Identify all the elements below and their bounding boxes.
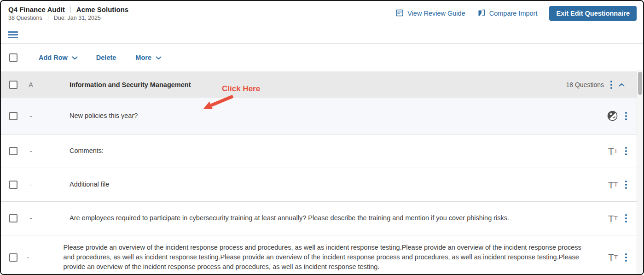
yes-no-question-type-icon[interactable] <box>607 111 618 121</box>
kebab-menu-icon[interactable] <box>625 146 627 156</box>
section-title: Information and Security Management <box>70 81 191 88</box>
kebab-menu-icon[interactable] <box>625 180 627 190</box>
add-row-button[interactable]: Add Row <box>39 54 78 61</box>
row-checkbox[interactable] <box>9 181 17 189</box>
exit-edit-questionnaire-button[interactable]: Exit Edit Questionnaire <box>549 6 637 21</box>
question-row[interactable]: - Additional file TT <box>1 168 637 202</box>
row-checkbox[interactable] <box>9 253 17 262</box>
header-titles: Q4 Finance Audit Acme Solutions 38 Quest… <box>8 6 128 21</box>
collapse-section-chevron-up-icon[interactable] <box>619 83 625 87</box>
question-text[interactable]: Additional file <box>70 180 598 189</box>
questions-table: A Information and Security Management 18… <box>1 71 637 275</box>
text-question-type-icon[interactable]: TT <box>608 214 618 223</box>
question-row[interactable]: - New policies this year? <box>1 98 637 135</box>
kebab-menu-icon[interactable] <box>625 252 627 263</box>
bulk-actions-toolbar: Add Row Delete More <box>1 44 643 71</box>
text-question-type-icon[interactable]: TT <box>608 180 618 190</box>
kebab-menu-icon[interactable] <box>610 80 613 90</box>
question-row[interactable]: - Please provide an overview of the inci… <box>1 235 637 275</box>
compare-import-link[interactable]: Compare Import <box>477 9 538 18</box>
view-review-guide-link[interactable]: View Review Guide <box>395 9 465 18</box>
due-date: Due: Jan 31, 2025 <box>54 15 101 21</box>
compare-import-icon <box>477 9 486 18</box>
scrollbar-thumb[interactable] <box>638 72 642 95</box>
delete-button[interactable]: Delete <box>96 54 116 61</box>
section-letter: A <box>26 81 36 88</box>
row-number: - <box>26 254 30 261</box>
question-text[interactable]: Are employees required to participate in… <box>70 213 598 223</box>
edit-questionnaire-page: Q4 Finance Audit Acme Solutions 38 Quest… <box>0 0 644 275</box>
compare-import-label: Compare Import <box>489 10 538 17</box>
title-divider <box>70 6 71 13</box>
question-row[interactable]: - Comments: TT <box>1 135 637 168</box>
chevron-down-icon <box>156 54 162 61</box>
section-checkbox[interactable] <box>9 81 17 89</box>
section-question-count: 18 Questions <box>566 81 604 88</box>
row-number: - <box>26 112 36 120</box>
header-actions: View Review Guide Compare Import Exit Ed… <box>395 6 637 21</box>
more-label: More <box>135 54 151 61</box>
vertical-scrollbar[interactable] <box>637 70 643 274</box>
page-title: Q4 Finance Audit <box>8 6 65 13</box>
kebab-menu-icon[interactable] <box>625 213 627 223</box>
delete-label: Delete <box>96 54 116 61</box>
question-text[interactable]: New policies this year? <box>70 111 598 121</box>
subtitle-divider <box>48 15 48 21</box>
kebab-menu-icon[interactable] <box>625 111 627 121</box>
company-name: Acme Solutions <box>76 6 128 13</box>
question-row[interactable]: - Are employees required to participate … <box>1 202 637 235</box>
more-button[interactable]: More <box>135 54 162 61</box>
header: Q4 Finance Audit Acme Solutions 38 Quest… <box>1 1 643 26</box>
select-all-checkbox[interactable] <box>9 53 17 62</box>
questions-count: 38 Questions <box>8 15 42 21</box>
hamburger-menu-icon[interactable] <box>8 30 18 40</box>
chevron-down-icon <box>72 54 78 61</box>
row-checkbox[interactable] <box>9 147 17 155</box>
menu-band <box>1 26 643 44</box>
row-checkbox[interactable] <box>9 112 17 120</box>
view-review-guide-label: View Review Guide <box>407 10 465 17</box>
row-number: - <box>26 215 36 222</box>
review-guide-icon <box>395 9 404 18</box>
section-header-row[interactable]: A Information and Security Management 18… <box>1 71 637 98</box>
text-question-type-icon[interactable]: TT <box>608 146 618 156</box>
text-question-type-icon[interactable]: TT <box>608 252 618 262</box>
question-text[interactable]: Comments: <box>70 146 598 156</box>
add-row-label: Add Row <box>39 54 68 61</box>
row-number: - <box>26 147 36 155</box>
row-number: - <box>26 181 36 188</box>
question-text[interactable]: Please provide an overview of the incide… <box>64 243 598 272</box>
row-checkbox[interactable] <box>9 214 17 222</box>
